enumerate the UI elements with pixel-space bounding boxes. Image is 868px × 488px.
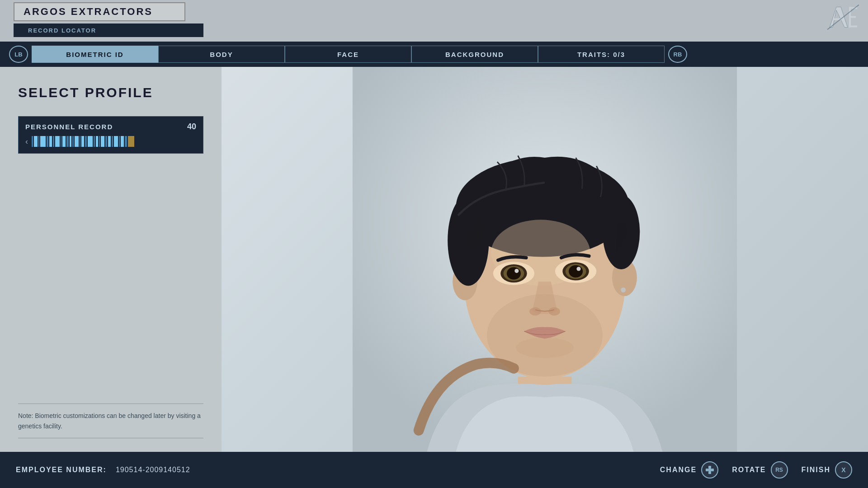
svg-rect-39	[711, 469, 714, 471]
personnel-record-number: 40	[187, 122, 196, 131]
change-label: CHANGE	[660, 466, 697, 474]
change-action[interactable]: CHANGE	[660, 461, 718, 479]
ae-logo	[827, 4, 859, 31]
bottom-actions: CHANGE ROTATE RS FINISH X	[660, 461, 852, 479]
svg-point-27	[514, 269, 519, 273]
note-divider-top	[18, 404, 203, 404]
finish-label: FINISH	[802, 466, 830, 474]
nav-bar: LB BIOMETRIC ID BODY FACE BACKGROUND TRA…	[0, 42, 868, 67]
personnel-record-card[interactable]: PERSONNEL RECORD 40 ‹	[18, 116, 203, 154]
tab-body[interactable]: BODY	[158, 46, 285, 63]
lb-button[interactable]: LB	[9, 46, 28, 63]
left-panel: SELECT PROFILE PERSONNEL RECORD 40 ‹	[0, 67, 222, 452]
rb-button[interactable]: RB	[668, 46, 687, 63]
top-header: ARGOS EXTRACTORS RECORD LOCATOR	[0, 0, 868, 43]
personnel-record-barcode	[32, 135, 196, 148]
svg-rect-37	[708, 471, 711, 474]
employee-number-value: 190514-2009140512	[116, 466, 190, 474]
svg-point-26	[507, 267, 521, 279]
character-portrait	[222, 67, 868, 452]
select-profile-title: SELECT PROFILE	[18, 85, 203, 100]
right-panel	[222, 67, 868, 452]
record-locator-bar: RECORD LOCATOR	[14, 23, 203, 37]
svg-rect-4	[849, 16, 856, 18]
svg-rect-38	[706, 469, 708, 471]
title-bar: ARGOS EXTRACTORS	[0, 0, 868, 23]
rotate-button[interactable]: RS	[771, 461, 788, 479]
finish-button[interactable]: X	[835, 461, 852, 479]
svg-point-31	[569, 265, 583, 277]
bottom-bar: EMPLOYEE NUMBER: 190514-2009140512 CHANG…	[0, 452, 868, 488]
rotate-label: ROTATE	[732, 466, 766, 474]
svg-point-34	[548, 307, 560, 315]
change-button[interactable]	[701, 461, 718, 479]
svg-marker-0	[830, 7, 848, 28]
note-text: Note: Biometric customizations can be ch…	[18, 411, 203, 431]
tab-biometric-id[interactable]: BIOMETRIC ID	[32, 46, 158, 63]
left-arrow-icon[interactable]: ‹	[25, 137, 28, 146]
svg-rect-5	[849, 26, 857, 28]
company-title-bg: ARGOS EXTRACTORS	[14, 2, 185, 21]
personnel-record-label: PERSONNEL RECORD	[25, 123, 113, 131]
note-divider-bottom	[18, 438, 203, 438]
record-locator-text: RECORD LOCATOR	[28, 27, 96, 34]
company-title: ARGOS EXTRACTORS	[24, 6, 153, 17]
rotate-action[interactable]: ROTATE RS	[732, 461, 788, 479]
svg-point-17	[621, 287, 626, 292]
svg-point-33	[529, 307, 541, 315]
tab-traits[interactable]: TRAITS: 0/3	[538, 46, 665, 63]
personnel-record-header: PERSONNEL RECORD 40	[25, 122, 196, 131]
svg-point-32	[576, 267, 580, 271]
main-content: SELECT PROFILE PERSONNEL RECORD 40 ‹	[0, 67, 868, 452]
svg-rect-36	[708, 466, 711, 469]
tab-face[interactable]: FACE	[285, 46, 411, 63]
svg-rect-40	[708, 469, 711, 471]
finish-action[interactable]: FINISH X	[802, 461, 852, 479]
employee-number-label: EMPLOYEE NUMBER:	[16, 466, 107, 474]
personnel-record-bar-row: ‹	[25, 135, 196, 148]
svg-point-35	[516, 338, 574, 358]
tab-background[interactable]: BACKGROUND	[411, 46, 538, 63]
